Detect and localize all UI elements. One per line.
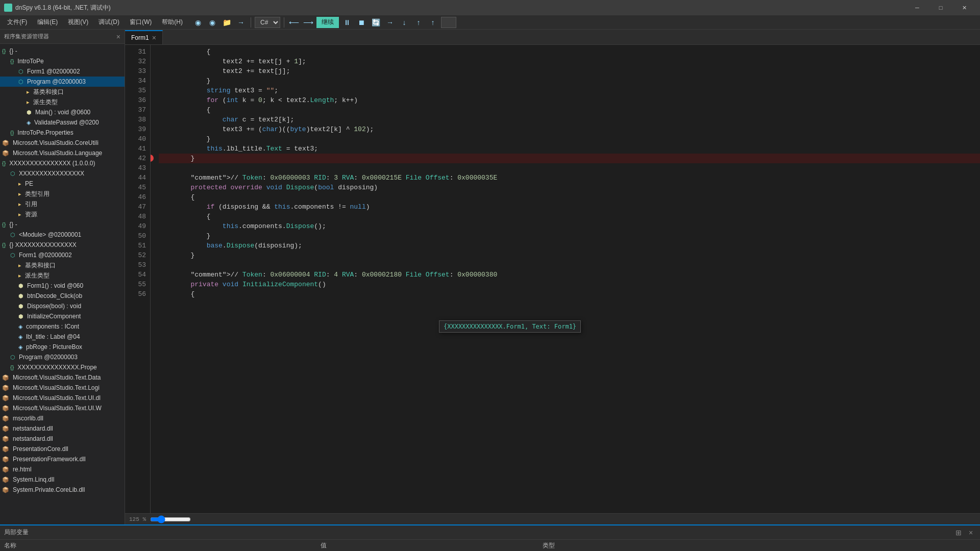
editor-area: Form1 × 31323334353637383940414243444546… (125, 30, 980, 524)
dll-icon: 📦 (2, 140, 9, 146)
sidebar-item[interactable]: 📦 Microsoft.VisualStudio.Text.UI.W (0, 403, 125, 413)
maximize-button[interactable]: □ (929, 0, 952, 15)
sidebar-item[interactable]: ⬢ btnDecode_Click(ob (0, 291, 125, 301)
variables-table: 名称 值 类型 ▼◆this{XXXXXXXXXXXXXXX.Form1, Te… (0, 540, 980, 551)
sidebar-item[interactable]: {} IntroToPe.Properties (0, 128, 125, 138)
sidebar-item[interactable]: ⬡ Form1 @02000002 (0, 250, 125, 260)
sidebar-item[interactable]: ▸ 派生类型 (0, 270, 125, 281)
menu-edit[interactable]: 编辑(E) (32, 16, 63, 29)
sidebar-item[interactable]: {} {} - (0, 46, 125, 56)
code-content[interactable]: { text2 += text[j + 1]; text2 += text[j]… (151, 45, 980, 513)
sidebar-item[interactable]: 📦 mscorlib.dll (0, 413, 125, 423)
tb-save-btn[interactable]: 📁 (220, 16, 233, 29)
tb-back-btn[interactable]: ⟵ (288, 16, 300, 29)
sidebar-item-label: Microsoft.VisualStudio.Text.Data (13, 374, 101, 381)
sidebar-item[interactable]: {} XXXXXXXXXXXXXXX (1.0.0.0) (0, 158, 125, 168)
sidebar-item[interactable]: 📦 Microsoft.VisualStudio.CoreUtili (0, 138, 125, 148)
sidebar-close-btn[interactable]: × (116, 33, 120, 41)
dll-icon: 📦 (2, 487, 9, 493)
menu-file[interactable]: 文件(F) (2, 16, 32, 29)
sidebar-item[interactable]: ⬡ Form1 @02000002 (0, 66, 125, 77)
tb-fwd-btn[interactable]: ⟶ (302, 16, 314, 29)
sidebar-item-label: Program @02000003 (27, 78, 86, 85)
tb-nav-fwd-btn[interactable]: → (235, 16, 247, 29)
sidebar-item[interactable]: 📦 netstandard.dll (0, 434, 125, 444)
sidebar-item-label: btnDecode_Click(ob (27, 292, 82, 299)
tb-step-in-btn[interactable]: ↓ (398, 16, 410, 29)
ns-icon: {} (2, 48, 6, 54)
tb-restart-btn[interactable]: 🔄 (370, 16, 382, 29)
tab-close-btn[interactable]: × (152, 34, 156, 42)
sidebar-item[interactable]: ◈ lbl_title : Label @04 (0, 332, 125, 342)
sidebar-item[interactable]: ◈ components : ICont (0, 321, 125, 332)
folder-icon: ▸ (18, 211, 21, 218)
sidebar-item[interactable]: ▸ 引用 (0, 199, 125, 209)
menu-help[interactable]: 帮助(H) (157, 16, 188, 29)
sidebar-item[interactable]: {} IntroToPe (0, 56, 125, 66)
minimize-button[interactable]: ─ (905, 0, 929, 15)
code-line-32: text2 += text[j + 1]; (159, 57, 980, 66)
sidebar-item[interactable]: ▸ 基类和接口 (0, 87, 125, 97)
search-input-toolbar[interactable] (441, 17, 456, 28)
close-button[interactable]: ✕ (952, 0, 976, 15)
sidebar-item[interactable]: 📦 Microsoft.VisualStudio.Text.UI.dl (0, 393, 125, 403)
sidebar-item[interactable]: 📦 System.Private.CoreLib.dll (0, 485, 125, 495)
sidebar-item[interactable]: ⬢ Form1() : void @060 (0, 281, 125, 291)
class-icon: ⬡ (10, 232, 15, 238)
sidebar-item[interactable]: ⬢ Dispose(bool) : void (0, 301, 125, 311)
code-line-53 (159, 260, 980, 270)
sidebar-item[interactable]: ◈ pbRoge : PictureBox (0, 342, 125, 352)
tb-stop-btn[interactable]: ⏹ (355, 16, 368, 29)
tb-pause-btn[interactable]: ⏸ (341, 16, 353, 29)
sidebar-item-label: Form1() : void @060 (27, 282, 83, 289)
sidebar-item[interactable]: 📦 Microsoft.VisualStudio.Text.Logi (0, 383, 125, 393)
sidebar-tree[interactable]: {} {} -{} IntroToPe⬡ Form1 @02000002⬡ Pr… (0, 44, 125, 524)
language-select[interactable]: C# (255, 17, 280, 28)
sidebar-item[interactable]: 📦 Microsoft.VisualStudio.Text.Data (0, 372, 125, 383)
menu-window[interactable]: 窗口(W) (125, 16, 157, 29)
tb-step-out-btn[interactable]: ↑ (412, 16, 425, 29)
tb-open-btn[interactable]: ◉ (192, 16, 204, 29)
code-line-51: base.Dispose(disposing); (159, 241, 980, 251)
menu-view[interactable]: 视图(V) (63, 16, 93, 29)
folder-icon: ▸ (18, 272, 21, 279)
panel-close-btn[interactable]: × (966, 528, 976, 538)
zoom-slider[interactable] (150, 515, 191, 523)
sidebar-item[interactable]: ⬢ InitializeComponent (0, 311, 125, 321)
sidebar-item[interactable]: 📦 PresentationCore.dll (0, 444, 125, 454)
sidebar-item[interactable]: {} {} - (0, 219, 125, 230)
sidebar-item[interactable]: 📦 Microsoft.VisualStudio.Language (0, 148, 125, 158)
menu-debug[interactable]: 调试(D) (93, 16, 125, 29)
sidebar-item[interactable]: ▸ 类型引用 (0, 189, 125, 199)
sidebar-item[interactable]: {} {} XXXXXXXXXXXXXXX (0, 240, 125, 250)
sidebar-item[interactable]: ▸ 派生类型 (0, 97, 125, 107)
sidebar-item[interactable]: 📦 re.html (0, 464, 125, 474)
sidebar-item[interactable]: ⬡ <Module> @02000001 (0, 230, 125, 240)
sidebar-item[interactable]: ▸ 基类和接口 (0, 260, 125, 270)
sidebar-item[interactable]: 📦 System.Linq.dll (0, 474, 125, 485)
panel-buttons: ⊞ × (953, 528, 976, 538)
sidebar-item[interactable]: ▸ PE (0, 179, 125, 189)
field-icon: ◈ (18, 334, 22, 340)
sidebar-item-label: PresentationFramework.dll (13, 456, 86, 463)
sidebar-item[interactable]: ⬡ Program @02000003 (0, 352, 125, 362)
dll-icon: 📦 (2, 415, 9, 422)
sidebar-item[interactable]: ◈ ValidatePasswd @0200 (0, 117, 125, 128)
dll-icon: 📦 (2, 395, 9, 402)
code-line-42: } (159, 154, 980, 163)
tb-step-over-btn[interactable]: → (384, 16, 396, 29)
panel-float-btn[interactable]: ⊞ (953, 528, 964, 538)
sidebar-item[interactable]: {} XXXXXXXXXXXXXXX.Prope (0, 362, 125, 372)
tb-step-up-btn[interactable]: ↑ (427, 16, 439, 29)
tb-reload-btn[interactable]: ◉ (206, 16, 218, 29)
sidebar-item[interactable]: 📦 PresentationFramework.dll (0, 454, 125, 464)
sidebar-item[interactable]: ▸ 资源 (0, 209, 125, 219)
sidebar-item-label: 基类和接口 (33, 88, 64, 96)
sidebar-item[interactable]: ⬡ Program @02000003 (0, 77, 125, 87)
sidebar-item[interactable]: 📦 netstandard.dll (0, 423, 125, 434)
code-line-47: if (disposing && this.components != null… (159, 202, 980, 212)
sidebar-item[interactable]: ⬢ Main() : void @0600 (0, 107, 125, 117)
editor-tab-form1[interactable]: Form1 × (125, 30, 163, 44)
sidebar-item[interactable]: ⬡ XXXXXXXXXXXXXXXX (0, 168, 125, 179)
continue-button[interactable]: 继续 (316, 17, 339, 28)
